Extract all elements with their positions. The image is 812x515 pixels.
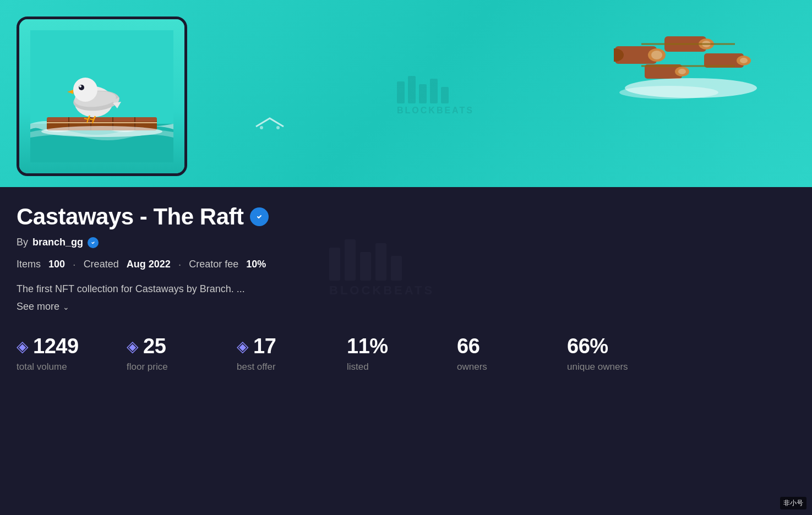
collection-title-row: Castaways - The Raft [17, 204, 795, 230]
stat-label-offer: best offer [237, 361, 347, 372]
see-more-text: See more [17, 301, 59, 313]
stat-best-offer: ◈ 17 best offer [237, 335, 347, 372]
stat-total-volume: ◈ 1249 total volume [17, 335, 127, 372]
page-wrapper: BLOCKBEATS BLOCKBEATS Castaways - The Ra… [0, 0, 812, 515]
verified-badge [250, 207, 269, 226]
banner-watermark: BLOCKBEATS [391, 70, 502, 117]
svg-text:BLOCKBEATS: BLOCKBEATS [397, 106, 474, 114]
info-section: BLOCKBEATS Castaways - The Raft By branc… [0, 187, 812, 515]
svg-rect-51 [419, 84, 427, 103]
eth-icon-volume: ◈ [17, 337, 29, 355]
fee-value: 10% [246, 259, 266, 270]
stat-owners: 66 owners [457, 335, 567, 372]
items-label: Items [17, 259, 41, 270]
stat-label-floor: floor price [127, 361, 237, 372]
stat-label-unique: unique owners [567, 361, 677, 372]
svg-point-4 [651, 51, 662, 59]
dot-1: · [73, 258, 76, 271]
watermark-text: 非小号 [783, 499, 803, 507]
svg-point-16 [678, 69, 686, 74]
stat-listed: 11% listed [347, 335, 457, 372]
svg-point-37 [79, 85, 84, 90]
stat-label-owners: owners [457, 361, 567, 372]
collection-description: The first NFT collection for Castaways b… [17, 282, 795, 297]
created-label: Created [84, 259, 119, 270]
see-more-row[interactable]: See more ⌄ [17, 301, 795, 313]
svg-rect-49 [397, 81, 405, 103]
stat-value-offer: 17 [253, 335, 276, 358]
bottom-right-watermark: 非小号 [780, 497, 806, 509]
svg-point-22 [276, 126, 280, 129]
stats-row: ◈ 1249 total volume ◈ 25 floor price ◈ 1… [17, 335, 795, 372]
stat-floor-price: ◈ 25 floor price [127, 335, 237, 372]
creator-prefix: By [17, 237, 28, 248]
svg-rect-53 [441, 87, 449, 103]
svg-point-32 [41, 126, 162, 137]
svg-point-20 [619, 86, 718, 99]
stat-value-unique: 66% [567, 335, 608, 358]
stat-label-volume: total volume [17, 361, 127, 372]
meta-row: Items 100 · Created Aug 2022 · Creator f… [17, 258, 795, 271]
dot-2: · [178, 258, 182, 271]
eth-icon-offer: ◈ [237, 337, 249, 355]
collection-avatar [17, 17, 187, 176]
svg-point-21 [260, 126, 263, 129]
banner-bg: BLOCKBEATS [0, 0, 812, 187]
svg-rect-52 [430, 79, 438, 103]
eth-icon-floor: ◈ [127, 337, 139, 355]
collection-title: Castaways - The Raft [17, 204, 243, 230]
svg-rect-50 [408, 76, 416, 103]
banner-section: BLOCKBEATS [0, 0, 812, 187]
items-value: 100 [48, 259, 65, 270]
svg-point-12 [740, 58, 748, 63]
stat-value-volume: 1249 [33, 335, 79, 358]
stat-label-listed: listed [347, 361, 457, 372]
avatar-art [30, 30, 173, 162]
fee-label: Creator fee [189, 259, 238, 270]
created-value: Aug 2022 [127, 259, 171, 270]
wave-accent [253, 116, 286, 132]
raft-decoration [614, 11, 768, 99]
stat-value-owners: 66 [457, 335, 479, 358]
stat-unique-owners: 66% unique owners [567, 335, 677, 372]
creator-row: By branch_gg [17, 237, 795, 248]
stat-value-listed: 11% [347, 335, 388, 358]
svg-point-36 [73, 78, 97, 102]
stat-value-floor: 25 [143, 335, 166, 358]
chevron-down-icon: ⌄ [63, 303, 69, 311]
svg-point-38 [79, 85, 81, 87]
svg-rect-26 [47, 117, 157, 122]
creator-verified-badge [88, 237, 99, 248]
creator-name[interactable]: branch_gg [32, 237, 83, 248]
